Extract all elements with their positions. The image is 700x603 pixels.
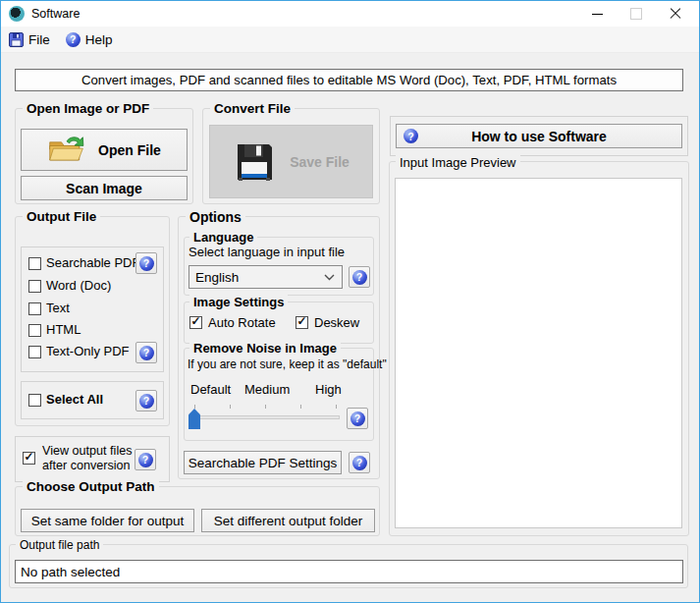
checkbox-text-only-pdf-label[interactable]: Text-Only PDF <box>46 344 130 358</box>
noise-slider[interactable] <box>188 402 343 431</box>
output-file-title: Output File <box>23 209 100 224</box>
checkbox-auto-rotate[interactable] <box>189 316 202 329</box>
checkbox-searchable-pdf[interactable] <box>28 257 41 270</box>
slider-tick <box>336 405 337 409</box>
language-title: Language <box>189 230 257 245</box>
help-icon <box>352 270 367 285</box>
maximize-button[interactable] <box>617 1 656 27</box>
set-same-folder-button[interactable]: Set same folder for output <box>21 509 194 532</box>
checkbox-searchable-pdf-label[interactable]: Searchable PDF <box>46 255 139 270</box>
options-title: Options <box>186 209 245 225</box>
open-group-title: Open Image or PDF <box>23 101 153 116</box>
help-searchable-pdf-settings-button[interactable] <box>349 452 370 473</box>
convert-group-title: Convert File <box>210 101 295 116</box>
help-icon <box>352 456 367 470</box>
checkbox-word-doc[interactable] <box>28 280 41 293</box>
open-file-label: Open File <box>98 142 161 158</box>
minimize-icon <box>592 14 603 15</box>
window-controls <box>577 1 695 27</box>
scan-image-label: Scan Image <box>66 181 142 196</box>
save-icon <box>9 32 24 47</box>
checkbox-text[interactable] <box>28 302 41 315</box>
app-window: Software File Help Convert images, PDF a… <box>0 0 700 603</box>
checkbox-select-all-label[interactable]: Select All <box>46 392 103 407</box>
banner-button[interactable]: Convert images, PDF and scanned files to… <box>15 69 683 91</box>
close-button[interactable] <box>656 1 695 27</box>
noise-level-medium: Medium <box>244 382 290 397</box>
howto-button[interactable]: How to use Software <box>396 124 682 148</box>
checkbox-deskew[interactable] <box>296 316 308 329</box>
menu-file-label: File <box>28 32 50 47</box>
set-different-folder-label: Set different output folder <box>214 514 362 528</box>
banner-text: Convert images, PDF and scanned files to… <box>81 73 617 87</box>
language-hint: Select language in input file <box>188 245 345 259</box>
help-view-output-button[interactable] <box>135 449 156 470</box>
searchable-pdf-settings-button[interactable]: Searchable PDF Settings <box>184 451 342 474</box>
checkbox-auto-rotate-label[interactable]: Auto Rotate <box>208 315 276 330</box>
noise-level-high: High <box>315 382 342 397</box>
set-same-folder-label: Set same folder for output <box>31 514 184 528</box>
preview-title: Input Image Preview <box>396 155 520 170</box>
checkbox-html[interactable] <box>28 324 41 337</box>
noise-level-default: Default <box>190 382 231 397</box>
noise-hint: If you are not sure, keep it as "default… <box>188 357 387 371</box>
language-select[interactable]: English <box>188 265 343 289</box>
help-icon <box>66 32 81 47</box>
help-icon <box>139 394 154 409</box>
slider-track[interactable] <box>189 415 340 419</box>
checkbox-text-only-pdf[interactable] <box>28 346 41 358</box>
close-icon <box>670 8 681 20</box>
language-selected-value: English <box>195 270 239 285</box>
slider-tick <box>194 405 195 409</box>
checkbox-html-label[interactable]: HTML <box>46 322 81 337</box>
slider-thumb[interactable] <box>188 409 200 429</box>
save-floppy-icon <box>233 140 276 184</box>
open-folder-icon <box>47 135 86 166</box>
checkbox-deskew-label[interactable]: Deskew <box>314 315 359 330</box>
open-file-button[interactable]: Open File <box>21 129 188 171</box>
menu-help[interactable]: Help <box>58 29 121 50</box>
help-icon <box>350 411 365 426</box>
set-different-folder-button[interactable]: Set different output folder <box>201 509 375 532</box>
slider-tick <box>230 405 231 409</box>
help-icon <box>139 346 154 360</box>
help-icon <box>404 129 418 143</box>
image-settings-title: Image Settings <box>189 295 288 309</box>
save-file-button[interactable]: Save File <box>209 125 373 198</box>
menu-bar: File Help <box>1 27 699 53</box>
save-file-label: Save File <box>290 154 350 170</box>
searchable-pdf-settings-label: Searchable PDF Settings <box>188 456 338 470</box>
chevron-down-icon <box>324 274 335 281</box>
view-output-label-line2[interactable]: after conversion <box>42 459 131 472</box>
slider-tick <box>265 405 266 409</box>
help-icon <box>138 453 153 467</box>
image-preview-area <box>395 178 682 528</box>
help-icon <box>139 256 154 271</box>
view-output-label-line1[interactable]: View output files <box>42 444 132 458</box>
menu-help-label: Help <box>85 32 113 47</box>
help-text-only-pdf-button[interactable] <box>135 342 157 363</box>
output-path-title: Choose Output Path <box>23 479 159 494</box>
help-searchable-pdf-button[interactable] <box>135 252 157 274</box>
help-noise-button[interactable] <box>347 408 368 429</box>
noise-title: Remove Noise in Image <box>189 341 341 356</box>
help-language-button[interactable] <box>349 266 370 288</box>
checkbox-view-output[interactable] <box>23 452 35 465</box>
output-file-path-title: Output file path <box>16 538 103 552</box>
slider-tick <box>300 405 301 409</box>
title-bar: Software <box>1 1 699 27</box>
help-select-all-button[interactable] <box>135 390 157 411</box>
checkbox-text-label[interactable]: Text <box>46 301 70 315</box>
checkbox-word-doc-label[interactable]: Word (Doc) <box>46 278 111 293</box>
window-title: Software <box>31 7 80 21</box>
maximize-icon <box>630 8 642 20</box>
menu-file[interactable]: File <box>1 29 58 50</box>
app-icon <box>9 6 25 22</box>
output-file-path-field[interactable]: No path selected <box>15 560 683 583</box>
howto-label: How to use Software <box>471 129 607 144</box>
minimize-button[interactable] <box>577 1 617 27</box>
output-file-path-value: No path selected <box>21 565 120 579</box>
checkbox-select-all[interactable] <box>28 394 41 407</box>
scan-image-button[interactable]: Scan Image <box>21 176 188 200</box>
